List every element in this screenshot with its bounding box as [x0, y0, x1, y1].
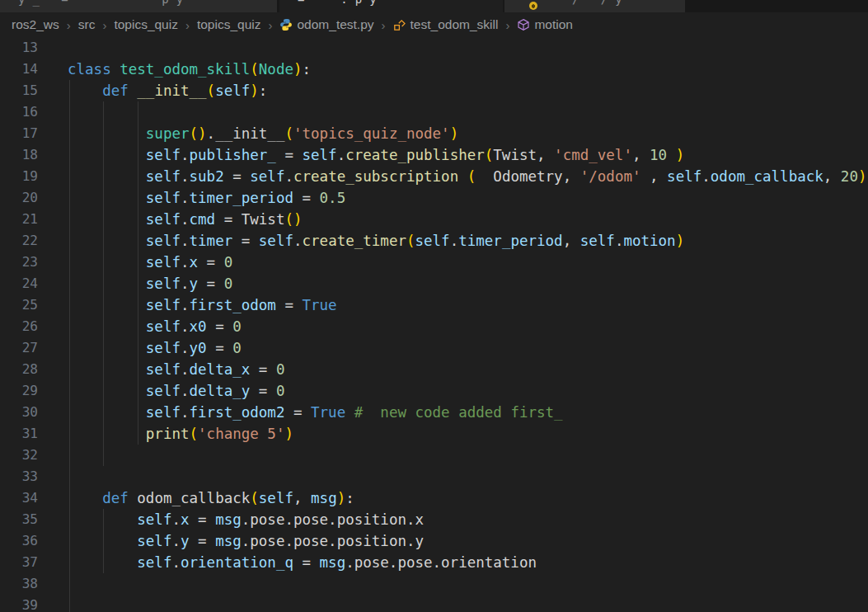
editor-tab-active[interactable]: = .py	[279, 0, 503, 12]
breadcrumb-item-motion[interactable]: motion	[517, 17, 573, 32]
tab-label-fragment: y_ = py	[18, 0, 190, 6]
breadcrumb-item-odom-test-py[interactable]: odom_test.py	[279, 17, 373, 32]
breadcrumb-item-ros2-ws[interactable]: ros2_ws	[12, 17, 59, 32]
code-text: self.x = msg.pose.pose.position.x	[68, 509, 424, 530]
line-number: 22	[0, 230, 38, 252]
breadcrumb-label: src	[78, 17, 96, 32]
editor-tab-strip: y_ = py = .py / /y	[0, 0, 868, 12]
breadcrumb-item-test-odom-skill[interactable]: test_odom_skill	[393, 17, 499, 32]
line-number: 35	[0, 509, 38, 530]
chevron-right-icon: ›	[505, 18, 509, 32]
line-number: 30	[0, 402, 38, 423]
code-text: self.timer_period = 0.5	[68, 187, 345, 209]
modified-dot-icon	[529, 2, 537, 10]
code-line[interactable]: 38	[0, 573, 868, 595]
line-number: 38	[0, 573, 38, 595]
code-text: self.timer = self.create_timer(self.time…	[68, 230, 684, 252]
line-number: 20	[0, 187, 38, 209]
code-text: self.sub2 = self.create_subscription ( O…	[68, 166, 866, 187]
method-cube-icon	[517, 18, 530, 31]
code-text: self.y = 0	[68, 273, 232, 294]
code-text: self.delta_y = 0	[68, 380, 284, 402]
tab-label-fragment: = .py	[298, 0, 384, 6]
line-number: 17	[0, 123, 38, 144]
line-number: 19	[0, 166, 38, 187]
line-number: 29	[0, 380, 38, 402]
line-number: 39	[0, 595, 38, 612]
code-line[interactable]: 20 self.timer_period = 0.5	[0, 187, 868, 209]
code-line[interactable]: 23 self.x = 0	[0, 252, 868, 273]
editor-tab[interactable]: y_ = py	[0, 0, 277, 12]
code-line[interactable]: 37 self.orientation_q = msg.pose.pose.or…	[0, 552, 868, 573]
code-line[interactable]: 21 self.cmd = Twist()	[0, 209, 868, 230]
code-line[interactable]: 30 self.first_odom2 = True # new code ad…	[0, 402, 868, 423]
chevron-right-icon: ›	[382, 18, 386, 32]
breadcrumb-label: motion	[534, 17, 573, 32]
code-editor[interactable]: 1314class test_odom_skill(Node):15 def _…	[0, 37, 868, 612]
code-text: self.orientation_q = msg.pose.pose.orien…	[68, 552, 537, 573]
breadcrumb-item-src[interactable]: src	[78, 17, 96, 32]
code-line[interactable]: 34 def odom_callback(self, msg):	[0, 487, 868, 509]
code-text: self.publisher_ = self.create_publisher(…	[68, 144, 684, 166]
line-number: 15	[0, 80, 38, 101]
code-line[interactable]: 18 self.publisher_ = self.create_publish…	[0, 144, 868, 166]
code-line[interactable]: 39	[0, 595, 868, 612]
chevron-right-icon: ›	[67, 18, 71, 32]
line-number: 26	[0, 316, 38, 337]
breadcrumb-label: topics_quiz	[114, 17, 178, 32]
editor-tab[interactable]: / /y	[504, 0, 685, 12]
code-text: self.first_odom = True	[68, 294, 337, 316]
code-line[interactable]: 31 print('change 5')	[0, 423, 868, 445]
breadcrumb-label: odom_test.py	[297, 17, 373, 32]
code-line[interactable]: 24 self.y = 0	[0, 273, 868, 294]
line-number: 21	[0, 209, 38, 230]
line-number: 18	[0, 144, 38, 166]
line-number: 23	[0, 252, 38, 273]
line-number: 31	[0, 423, 38, 445]
code-text: print('change 5')	[68, 423, 293, 445]
breadcrumb-item-topics-quiz-2[interactable]: topics_quiz	[197, 17, 261, 32]
breadcrumb-label: test_odom_skill	[411, 17, 499, 32]
code-line[interactable]: 19 self.sub2 = self.create_subscription …	[0, 166, 868, 187]
code-text: self.cmd = Twist()	[68, 209, 303, 230]
line-number: 27	[0, 337, 38, 359]
tab-label-fragment: / /y	[572, 0, 630, 6]
line-number: 13	[0, 37, 38, 59]
breadcrumb-label: topics_quiz	[197, 17, 261, 32]
line-number: 33	[0, 466, 38, 487]
chevron-right-icon: ›	[102, 18, 106, 32]
code-text: class test_odom_skill(Node):	[68, 59, 311, 80]
breadcrumb-label: ros2_ws	[12, 17, 59, 32]
code-line[interactable]: 29 self.delta_y = 0	[0, 380, 868, 402]
code-line[interactable]: 16	[0, 101, 868, 123]
code-line[interactable]: 26 self.x0 = 0	[0, 316, 868, 337]
class-symbol-icon	[393, 18, 406, 31]
line-number: 34	[0, 487, 38, 509]
line-number: 32	[0, 445, 38, 466]
code-text: def __init__(self):	[68, 80, 267, 101]
code-line[interactable]: 14class test_odom_skill(Node):	[0, 59, 868, 80]
chevron-right-icon: ›	[185, 18, 190, 32]
code-text: self.delta_x = 0	[68, 359, 284, 380]
code-line[interactable]: 27 self.y0 = 0	[0, 337, 868, 359]
line-number: 16	[0, 101, 38, 123]
code-line[interactable]: 17 super().__init__('topics_quiz_node')	[0, 123, 868, 144]
code-text: super().__init__('topics_quiz_node')	[68, 123, 458, 144]
code-line[interactable]: 36 self.y = msg.pose.pose.position.y	[0, 530, 868, 552]
line-number: 28	[0, 359, 38, 380]
breadcrumb-item-topics-quiz[interactable]: topics_quiz	[114, 17, 178, 32]
python-icon	[279, 18, 293, 31]
code-text: self.y = msg.pose.pose.position.y	[68, 530, 424, 552]
code-line[interactable]: 25 self.first_odom = True	[0, 294, 868, 316]
code-text: self.y0 = 0	[68, 337, 242, 359]
code-line[interactable]: 33	[0, 466, 868, 487]
code-line[interactable]: 35 self.x = msg.pose.pose.position.x	[0, 509, 868, 530]
code-line[interactable]: 13	[0, 37, 868, 59]
code-line[interactable]: 15 def __init__(self):	[0, 80, 868, 101]
code-line[interactable]: 22 self.timer = self.create_timer(self.t…	[0, 230, 868, 252]
line-number: 25	[0, 294, 38, 316]
line-number: 36	[0, 530, 38, 552]
code-line[interactable]: 32	[0, 445, 868, 466]
line-number: 14	[0, 59, 38, 80]
code-line[interactable]: 28 self.delta_x = 0	[0, 359, 868, 380]
